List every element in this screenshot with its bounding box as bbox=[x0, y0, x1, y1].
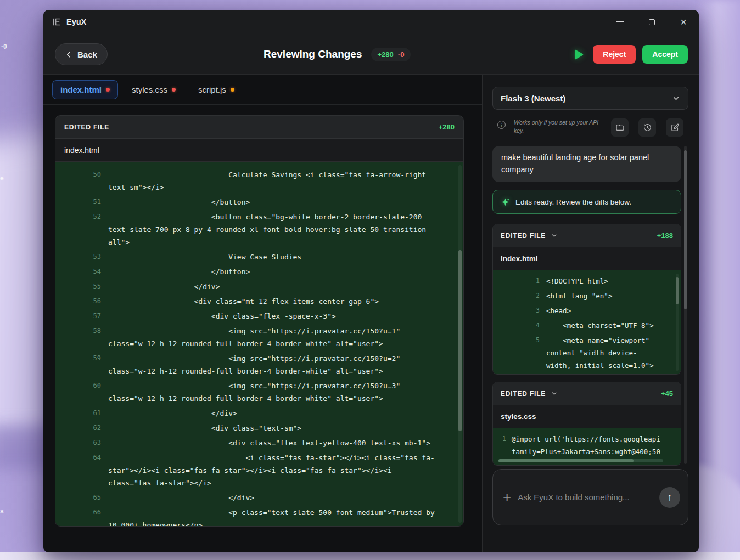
code-line: 1@import url('https://fonts.googleapifam… bbox=[493, 432, 681, 459]
app-title: EyuX bbox=[66, 18, 86, 26]
code-text: all"> bbox=[108, 236, 130, 248]
line-number: 56 bbox=[55, 295, 108, 308]
back-label: Back bbox=[77, 50, 97, 59]
line-number bbox=[55, 223, 108, 236]
code-text: width, initial-scale=1.0"> bbox=[546, 359, 654, 372]
code-scrollbar-thumb[interactable] bbox=[458, 250, 462, 431]
tab-styles-css[interactable]: styles.css bbox=[124, 80, 183, 99]
horizontal-scrollbar-thumb[interactable] bbox=[498, 459, 634, 462]
compose-button[interactable] bbox=[666, 118, 683, 137]
tab-label: styles.css bbox=[132, 85, 167, 94]
history-icon bbox=[643, 123, 652, 132]
added-lines-count: +188 bbox=[657, 231, 673, 240]
code-scrollbar-thumb[interactable] bbox=[676, 277, 679, 304]
send-button[interactable]: ↑ bbox=[659, 487, 680, 508]
line-number: 60 bbox=[55, 380, 108, 392]
chat-input[interactable] bbox=[518, 493, 659, 502]
assistant-pane: Flash 3 (Newest) i Works only if you set… bbox=[482, 75, 699, 552]
line-number: 64 bbox=[55, 451, 108, 464]
background-text-fragment: -0 bbox=[1, 43, 7, 50]
attach-plus-icon[interactable]: + bbox=[503, 489, 511, 506]
edited-file-header[interactable]: EDITED FILE +45 bbox=[493, 382, 681, 405]
user-message: make beautiful landing age for solar pan… bbox=[492, 146, 681, 182]
edited-file-header: EDITED FILE +280 bbox=[55, 116, 463, 139]
background-pillar-shape bbox=[696, 0, 740, 560]
horizontal-scrollbar-track[interactable] bbox=[498, 459, 663, 462]
code-line: 50 Calculate Savings <i class="fas fa-ar… bbox=[55, 167, 463, 195]
line-number: 2 bbox=[493, 290, 546, 302]
code-line: 54 </button> bbox=[55, 264, 463, 279]
maximize-button[interactable] bbox=[641, 14, 663, 30]
background-bottom-band bbox=[0, 552, 740, 560]
code-line: 66 <p class="text-slate-500 font-medium"… bbox=[55, 505, 463, 526]
run-button[interactable] bbox=[573, 48, 584, 61]
added-lines-count: +45 bbox=[661, 389, 673, 398]
filename-bar: styles.css bbox=[493, 405, 681, 428]
line-number: 61 bbox=[55, 407, 108, 420]
code-text: </div> bbox=[108, 491, 254, 504]
code-line: 4 <meta charset="UTF-8"> bbox=[493, 318, 681, 333]
code-line: 59 <img src="https://i.pravatar.cc/150?u… bbox=[55, 351, 463, 378]
line-number: 62 bbox=[55, 422, 108, 434]
line-number: 1 bbox=[493, 275, 546, 287]
minimize-button[interactable] bbox=[609, 14, 631, 30]
edited-file-label: EDITED FILE bbox=[64, 123, 109, 131]
close-icon: × bbox=[680, 16, 687, 27]
status-banner: Edits ready. Review the diffs below. bbox=[492, 190, 681, 214]
code-line: 60 <img src="https://i.pravatar.cc/150?u… bbox=[55, 378, 463, 406]
api-note-row: i Works only if you set up your API key. bbox=[483, 117, 699, 139]
code-line: 1<!DOCTYPE html> bbox=[493, 274, 681, 289]
code-line: 63 <div class="flex text-yellow-400 text… bbox=[55, 435, 463, 450]
edited-file-label: EDITED FILE bbox=[501, 390, 546, 398]
line-number: 4 bbox=[493, 319, 546, 332]
edited-file-card: EDITED FILE +280 index.html 50 Calculate… bbox=[55, 115, 464, 527]
code-text: </div> bbox=[108, 280, 220, 293]
history-button[interactable] bbox=[638, 118, 656, 137]
code-text: <head> bbox=[546, 304, 571, 317]
filename-bar: index.html bbox=[493, 247, 681, 270]
accept-button[interactable]: Accept bbox=[642, 45, 688, 64]
edited-file-header[interactable]: EDITED FILE +188 bbox=[493, 224, 681, 247]
chevron-down-icon bbox=[551, 232, 558, 239]
model-selector[interactable]: Flash 3 (Newest) bbox=[492, 87, 688, 110]
back-button[interactable]: Back bbox=[55, 43, 108, 65]
code-text: View Case Studies bbox=[108, 251, 301, 263]
code-text: content="width=device- bbox=[546, 347, 637, 359]
close-button[interactable]: × bbox=[672, 14, 694, 30]
tab-index-html[interactable]: index.html bbox=[52, 80, 118, 99]
diff-review-pane: index.html styles.css script.js EDITED F… bbox=[43, 75, 482, 552]
panel-scrollbar-track[interactable] bbox=[684, 146, 687, 464]
title-bar: EyuX × bbox=[43, 10, 699, 34]
code-line: 56 <div class="mt-12 flex items-center g… bbox=[55, 294, 463, 309]
diff-code-preview[interactable]: 1@import url('https://fonts.googleapifam… bbox=[493, 428, 681, 465]
code-text: <meta name="viewport" bbox=[546, 334, 649, 347]
modified-dot-icon bbox=[106, 88, 110, 92]
code-text: <img src="https://i.pravatar.cc/150?u=2" bbox=[108, 352, 400, 365]
code-text: <img src="https://i.pravatar.cc/150?u=3" bbox=[108, 380, 400, 392]
diff-code-view[interactable]: 50 Calculate Savings <i class="fas fa-ar… bbox=[55, 162, 463, 526]
api-note-text: Works only if you set up your API key. bbox=[514, 118, 601, 134]
added-lines-count: +280 bbox=[439, 123, 455, 131]
code-line: 61 </div> bbox=[55, 406, 463, 421]
diff-count-badge: +280 -0 bbox=[371, 48, 411, 61]
code-text: <i class="fas fa-star"></i><i class="fas… bbox=[108, 451, 435, 464]
files-button[interactable] bbox=[611, 118, 629, 137]
sparkle-icon bbox=[501, 197, 510, 207]
code-line: 2<html lang="en"> bbox=[493, 289, 681, 303]
modified-dot-icon bbox=[231, 88, 234, 92]
diff-code-preview[interactable]: 1<!DOCTYPE html>2<html lang="en">3<head>… bbox=[493, 270, 681, 374]
code-text: <div class="flex -space-x-3"> bbox=[108, 310, 336, 323]
line-number: 57 bbox=[55, 310, 108, 323]
code-text: text-sm"></i> bbox=[108, 181, 164, 194]
tab-script-js[interactable]: script.js bbox=[190, 80, 242, 99]
mini-diff-card-styles-css: EDITED FILE +45 styles.css 1@import url(… bbox=[492, 382, 681, 466]
reject-button[interactable]: Reject bbox=[593, 45, 636, 64]
folder-icon bbox=[615, 123, 625, 132]
code-text: <div class="flex text-yellow-400 text-xs… bbox=[108, 437, 430, 449]
model-name: Flash 3 (Newest) bbox=[501, 94, 565, 103]
line-number bbox=[55, 392, 108, 405]
code-text: </button> bbox=[108, 265, 250, 278]
panel-scrollbar-thumb[interactable] bbox=[684, 150, 687, 309]
line-number: 5 bbox=[493, 334, 546, 347]
code-text: <p class="text-slate-500 font-medium">Tr… bbox=[108, 506, 435, 519]
